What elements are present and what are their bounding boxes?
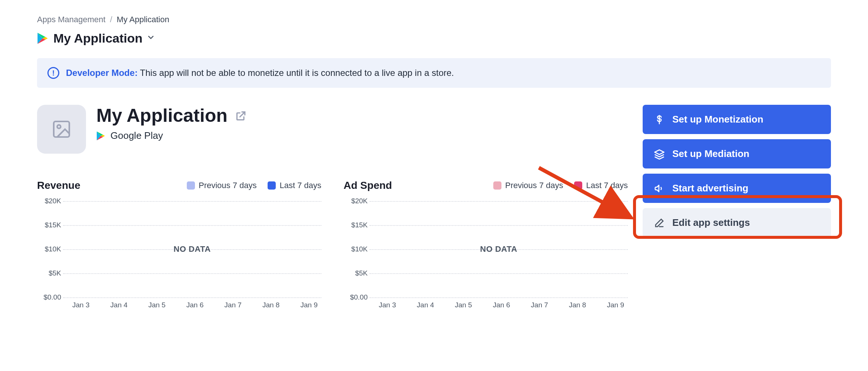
setup-mediation-button[interactable]: Set up Mediation [643,139,831,168]
legend-label: Last 7 days [279,181,321,190]
chart-ytick: $0.00 [32,293,61,301]
chart-adspend-body: $20K$15K$10K$5K$0.00NO DATA [370,201,628,297]
chart-revenue-legend: Previous 7 days Last 7 days [187,181,321,190]
chart-revenue-body: $20K$15K$10K$5K$0.00NO DATA [63,201,321,297]
banner-label: Developer Mode: [66,68,138,78]
button-label: Edit app settings [672,217,750,228]
app-switcher-label: My Application [53,31,143,46]
dollar-icon [654,114,665,125]
setup-monetization-button[interactable]: Set up Monetization [643,105,831,134]
svg-rect-5 [54,121,69,137]
legend-item: Previous 7 days [493,181,563,190]
legend-label: Previous 7 days [199,181,257,190]
chart-revenue-title: Revenue [37,180,80,191]
swatch-icon [187,181,195,190]
chart-ytick: $0.00 [338,293,368,301]
google-play-icon [37,32,48,44]
legend-item: Last 7 days [268,181,321,190]
chart-xtick: Jan 5 [455,301,472,309]
chart-xtick: Jan 8 [569,301,586,309]
chevron-down-icon [148,34,154,42]
chart-adspend-legend: Previous 7 days Last 7 days [493,181,628,190]
chart-adspend-xaxis: Jan 3Jan 4Jan 5Jan 6Jan 7Jan 8Jan 9 [375,301,628,309]
legend-item: Last 7 days [574,181,628,190]
breadcrumb-separator: / [110,15,112,24]
start-advertising-button[interactable]: Start advertising [643,174,831,203]
chart-gridline [370,273,628,274]
chart-xtick: Jan 9 [300,301,317,309]
breadcrumb: Apps Management / My Application [37,15,831,24]
google-play-icon [96,131,105,141]
chart-xtick: Jan 4 [417,301,434,309]
chart-ytick: $10K [338,245,368,253]
chart-xtick: Jan 3 [72,301,89,309]
chart-revenue: Revenue Previous 7 days Last 7 days $20K… [37,180,321,309]
breadcrumb-root[interactable]: Apps Management [37,15,106,24]
svg-point-6 [57,125,60,128]
legend-label: Last 7 days [586,181,628,190]
app-title-text: My Application [96,105,228,126]
chart-xtick: Jan 9 [607,301,624,309]
legend-label: Previous 7 days [505,181,563,190]
chart-ytick: $15K [338,221,368,229]
chart-xtick: Jan 6 [493,301,510,309]
chart-xtick: Jan 7 [224,301,241,309]
chart-adspend: Ad Spend Previous 7 days Last 7 days $20… [344,180,628,309]
chart-gridline [63,201,321,202]
chart-ytick: $10K [32,245,61,253]
info-icon: ! [47,67,59,79]
chart-adspend-title: Ad Spend [344,180,392,191]
chart-gridline [370,201,628,202]
button-label: Set up Mediation [672,148,749,160]
edit-app-settings-button[interactable]: Edit app settings [643,208,831,237]
chart-ytick: $15K [32,221,61,229]
chart-ytick: $20K [338,197,368,205]
megaphone-icon [654,183,665,194]
app-header: My Application [37,105,628,154]
chart-gridline [63,273,321,274]
banner-text: Developer Mode: This app will not be abl… [66,68,454,78]
button-label: Start advertising [672,183,748,194]
developer-mode-banner: ! Developer Mode: This app will not be a… [37,58,831,88]
store-row: Google Play [96,130,247,141]
chart-gridline [63,225,321,226]
edit-icon [654,217,665,228]
chart-ytick: $20K [32,197,61,205]
breadcrumb-current: My Application [117,15,169,24]
chart-xtick: Jan 3 [379,301,396,309]
chart-gridline [370,297,628,298]
page-title: My Application [96,105,247,126]
chart-xtick: Jan 8 [262,301,279,309]
chart-gridline [370,225,628,226]
chart-xtick: Jan 4 [110,301,127,309]
button-label: Set up Monetization [672,114,763,125]
swatch-icon [268,181,276,190]
store-label: Google Play [110,130,163,141]
chart-gridline [63,297,321,298]
app-switcher[interactable]: My Application [37,31,831,46]
app-icon-placeholder [37,105,86,154]
chart-no-data: NO DATA [370,244,628,254]
legend-item: Previous 7 days [187,181,257,190]
layers-icon [654,148,665,160]
external-link-icon[interactable] [235,105,247,126]
banner-message: This app will not be able to monetize un… [140,68,454,78]
chart-revenue-xaxis: Jan 3Jan 4Jan 5Jan 6Jan 7Jan 8Jan 9 [69,301,321,309]
chart-xtick: Jan 6 [186,301,203,309]
chart-no-data: NO DATA [63,244,321,254]
swatch-icon [493,181,501,190]
chart-ytick: $5K [32,269,61,277]
chart-xtick: Jan 5 [148,301,165,309]
swatch-icon [574,181,582,190]
chart-xtick: Jan 7 [531,301,548,309]
chart-ytick: $5K [338,269,368,277]
svg-marker-11 [655,150,664,154]
